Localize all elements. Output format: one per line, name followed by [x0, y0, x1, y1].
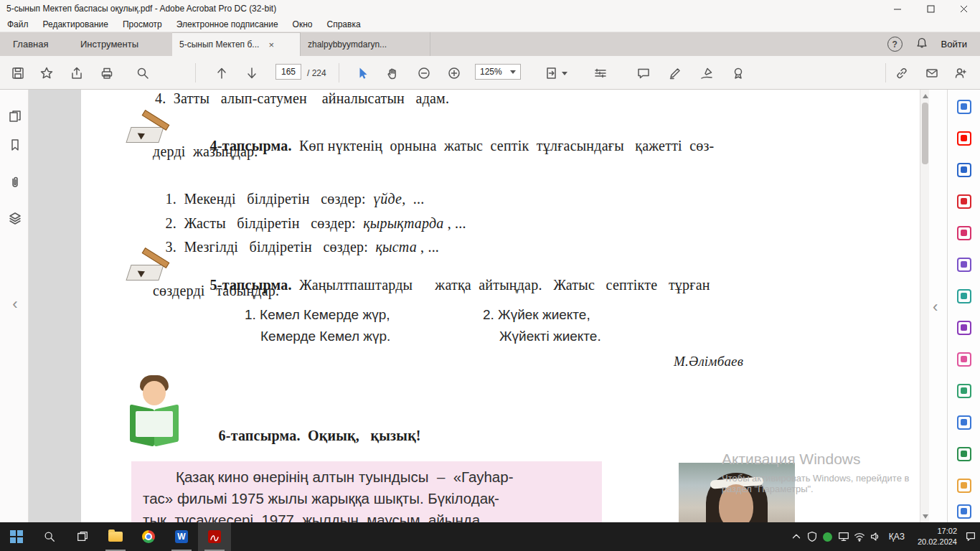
- star-icon[interactable]: [37, 65, 56, 82]
- taskbar-clock[interactable]: 17:02 20.02.2024: [910, 526, 964, 547]
- zoom-level-value: 125%: [480, 67, 502, 77]
- notifications-bell-icon[interactable]: [915, 37, 928, 52]
- tool-edit-pdf-icon[interactable]: [957, 258, 971, 272]
- find-icon[interactable]: [133, 65, 152, 82]
- tool-prepare-form-icon[interactable]: [957, 479, 971, 493]
- tool-share-icon[interactable]: [957, 504, 971, 519]
- layers-icon[interactable]: [7, 210, 23, 226]
- chrome-icon[interactable]: [132, 522, 165, 551]
- zoom-in-icon[interactable]: [445, 65, 463, 82]
- word-icon[interactable]: W: [165, 522, 198, 551]
- pdf-canvas[interactable]: 4. Затты алып-сатумен айналысатын адам. …: [29, 90, 920, 522]
- action-center-icon[interactable]: [964, 522, 977, 551]
- link-icon[interactable]: [892, 65, 911, 82]
- page-thumbnails-icon[interactable]: [7, 108, 23, 124]
- volume-icon[interactable]: [867, 522, 883, 551]
- menu-bar: Файл Редактирование Просмотр Электронное…: [0, 17, 980, 32]
- page-number-input[interactable]: [275, 64, 301, 80]
- attachments-paperclip-icon[interactable]: [7, 174, 23, 190]
- comment-icon[interactable]: [634, 65, 653, 82]
- doc-tab-close-icon[interactable]: ×: [266, 39, 276, 50]
- vertical-scrollbar[interactable]: [920, 90, 929, 522]
- collapse-tools-arrow-icon[interactable]: ‹: [933, 299, 938, 315]
- antivirus-icon[interactable]: [820, 522, 836, 551]
- help-icon[interactable]: ?: [887, 37, 903, 52]
- zoom-level-select[interactable]: 125%: [475, 64, 521, 80]
- zoom-out-icon[interactable]: [415, 65, 433, 82]
- tool-request-signatures-icon[interactable]: [957, 289, 971, 303]
- tab-home[interactable]: Главная: [4, 32, 57, 56]
- tool-protect-icon[interactable]: [957, 415, 971, 430]
- menu-window[interactable]: Окно: [286, 17, 320, 32]
- task-view-icon[interactable]: [66, 522, 99, 551]
- certificates-icon[interactable]: [729, 65, 748, 82]
- start-button[interactable]: [0, 522, 33, 551]
- windows-logo-icon: [10, 530, 23, 543]
- scrollbar-thumb[interactable]: [922, 103, 928, 164]
- task4-text: Көп нүктенің орнына жатыс септік тұлғасы…: [292, 138, 715, 154]
- pink-text-line2: тас» фильмі 1975 жылы жарыққа шықты. Бүк…: [143, 490, 499, 507]
- task5-text: Жаңылтпаштарды жатқа айтыңдар. Жатыс сеп…: [292, 277, 710, 293]
- previous-view-arrow-icon[interactable]: ‹: [7, 296, 23, 312]
- menu-esign[interactable]: Электронное подписание: [169, 17, 286, 32]
- tool-create-pdf-icon[interactable]: [957, 163, 971, 177]
- select-tool-icon[interactable]: [353, 65, 372, 82]
- mail-icon[interactable]: [923, 65, 941, 82]
- menu-file[interactable]: Файл: [0, 17, 36, 32]
- next-page-icon[interactable]: [242, 65, 261, 82]
- tool-export-pdf-icon[interactable]: [957, 131, 971, 146]
- hidden-icons-chevron[interactable]: [788, 522, 804, 551]
- doc-tab-other[interactable]: zhalpybbyymdaryn...: [300, 32, 430, 56]
- acrobat-icon[interactable]: [198, 522, 231, 551]
- network-wifi-icon[interactable]: [852, 522, 867, 551]
- menu-view[interactable]: Просмотр: [116, 17, 169, 32]
- main-toolbar: / 224 125%: [0, 56, 980, 90]
- sign-in-button[interactable]: Войти: [941, 39, 967, 50]
- menu-help[interactable]: Справка: [320, 17, 368, 32]
- doc-line-item4: 4. Затты алып-сатумен айналысатын адам.: [155, 90, 449, 107]
- acrobat-window: 5-сынып Мектеп баспасы оқулық.pdf - Adob…: [0, 0, 980, 551]
- windows-taskbar: W ҚАЗ 17:02 20.02.202: [0, 522, 980, 551]
- tool-combine-files-icon[interactable]: [957, 194, 971, 209]
- defender-shield-icon[interactable]: [804, 522, 820, 551]
- save-icon[interactable]: [9, 65, 27, 82]
- menu-edit[interactable]: Редактирование: [36, 17, 116, 32]
- doc-tab-current[interactable]: 5-сынып Мектеп б... ×: [172, 32, 300, 56]
- tab-bar: Главная Инструменты 5-сынып Мектеп б... …: [0, 32, 980, 56]
- scroll-down-arrow[interactable]: [922, 513, 928, 519]
- tools-rail: [947, 90, 980, 522]
- page-total-label: / 224: [307, 68, 326, 78]
- print-icon[interactable]: [98, 65, 116, 82]
- bookmarks-icon[interactable]: [7, 137, 23, 153]
- page-fit-dropdown-icon[interactable]: [542, 65, 570, 82]
- task4-text-2: дерді жазыңдар.: [153, 143, 258, 160]
- previous-page-icon[interactable]: [212, 65, 231, 82]
- title-bar: 5-сынып Мектеп баспасы оқулық.pdf - Adob…: [0, 0, 980, 17]
- scroll-up-arrow[interactable]: [922, 93, 928, 99]
- close-button[interactable]: [947, 0, 980, 17]
- tool-compress-icon[interactable]: [957, 447, 971, 461]
- maximize-button[interactable]: [914, 0, 947, 17]
- hand-tool-icon[interactable]: [383, 65, 402, 82]
- display-icon[interactable]: [836, 522, 852, 551]
- tool-comment-icon[interactable]: [957, 352, 971, 367]
- file-explorer-icon[interactable]: [99, 522, 132, 551]
- twister2-line1: 2. Жүйек жиекте,: [483, 307, 590, 323]
- minimize-button[interactable]: [881, 0, 914, 17]
- left-panel-rail: ‹: [0, 90, 29, 522]
- taskbar-search-icon[interactable]: [33, 522, 66, 551]
- highlight-pencil-icon[interactable]: [666, 65, 684, 82]
- reading-boy-icon: [130, 375, 180, 454]
- doc-tab-label: 5-сынып Мектеп б...: [179, 39, 259, 50]
- tool-fill-sign-icon[interactable]: [957, 321, 971, 335]
- ink-signature-icon[interactable]: [697, 65, 716, 82]
- language-indicator[interactable]: ҚАЗ: [883, 532, 910, 542]
- share-icon[interactable]: [67, 65, 86, 82]
- tool-organize-pages-icon[interactable]: [957, 226, 971, 240]
- tab-tools[interactable]: Инструменты: [72, 32, 147, 56]
- person-add-icon[interactable]: [951, 65, 970, 82]
- tool-scan-ocr-icon[interactable]: [957, 384, 971, 398]
- chevron-down-icon: [510, 70, 516, 74]
- tool-search-icon[interactable]: [957, 100, 971, 114]
- ruler-measure-icon[interactable]: [591, 65, 610, 82]
